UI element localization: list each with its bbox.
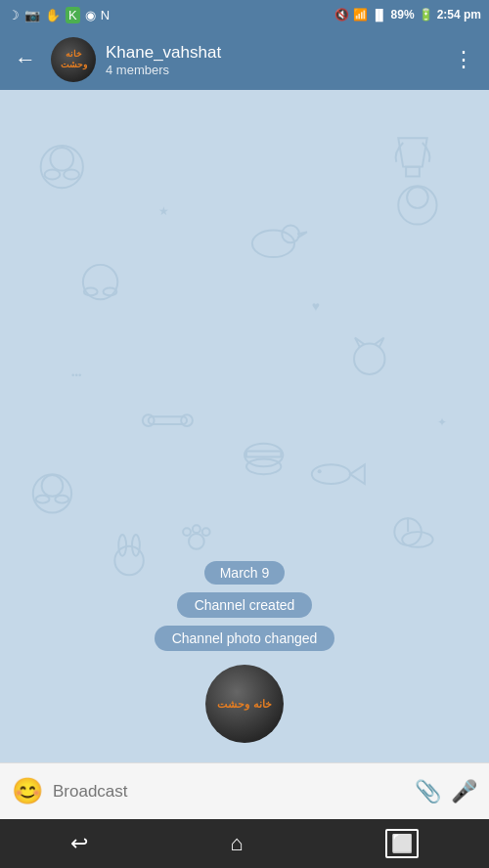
status-icons: ☽ 📷 ✋ K ◉ N [8, 7, 110, 23]
member-count: 4 members [106, 63, 438, 77]
svg-point-22 [183, 528, 191, 536]
svg-point-19 [312, 464, 350, 484]
attach-button[interactable]: 📎 [415, 779, 441, 804]
status-icon-4: K [66, 7, 80, 23]
header-info[interactable]: Khane_vahshat 4 members [106, 43, 438, 77]
svg-text:♥: ♥ [312, 299, 320, 314]
broadcast-input[interactable] [53, 782, 405, 802]
volume-icon: 🔇 [334, 8, 349, 22]
channel-photo-thumbnail: خانه وحشت [205, 665, 284, 743]
status-right: 🔇 📶 ▐▌ 89% 🔋 2:54 pm [334, 8, 481, 22]
signal-icon: ▐▌ [372, 9, 387, 21]
svg-point-15 [33, 474, 71, 512]
svg-text:✦: ✦ [437, 415, 447, 428]
svg-point-4 [398, 186, 436, 224]
svg-point-23 [193, 525, 200, 533]
recent-nav-button[interactable]: ⬜ [385, 829, 419, 858]
avatar[interactable]: خانه وحشت [51, 37, 96, 82]
emoji-button[interactable]: 😊 [12, 776, 43, 806]
svg-point-2 [45, 170, 61, 180]
svg-point-16 [42, 475, 64, 497]
channel-name: Khane_vahshat [106, 43, 438, 63]
header: ← خانه وحشت Khane_vahshat 4 members ⋮ [0, 29, 489, 90]
svg-point-5 [407, 187, 428, 208]
battery-percent: 89% [391, 8, 415, 22]
chat-area: ♥ ★ ✦ ••• March 9 Channel created Channe… [0, 90, 489, 762]
svg-point-33 [244, 444, 283, 467]
battery-icon: 🔋 [419, 8, 433, 22]
svg-point-28 [132, 535, 140, 556]
wifi-icon: 📶 [353, 8, 368, 22]
channel-photo-text: خانه وحشت [213, 693, 275, 715]
status-icon-1: ☽ [8, 8, 20, 22]
input-bar: 😊 📎 🎤 [0, 762, 489, 819]
chat-messages: March 9 Channel created Channel photo ch… [0, 561, 489, 743]
status-icon-6: N [101, 8, 110, 22]
svg-point-18 [55, 496, 68, 503]
status-icon-5: ◉ [85, 8, 96, 22]
svg-point-17 [36, 496, 50, 503]
svg-point-9 [354, 343, 384, 373]
home-nav-button[interactable]: ⌂ [230, 831, 243, 856]
svg-text:★: ★ [158, 204, 169, 217]
svg-point-0 [41, 146, 83, 188]
back-button[interactable]: ← [10, 42, 41, 77]
system-message-created: Channel created [177, 592, 313, 618]
svg-rect-25 [406, 167, 420, 177]
svg-point-14 [282, 226, 299, 243]
avatar-text: خانه وحشت [51, 49, 96, 70]
svg-point-21 [189, 534, 204, 549]
system-message-photo: Channel photo changed [155, 626, 335, 651]
svg-point-1 [50, 148, 73, 171]
back-nav-button[interactable]: ↩ [70, 831, 88, 856]
svg-point-27 [118, 535, 126, 556]
mic-button[interactable]: 🎤 [451, 779, 477, 804]
svg-point-6 [83, 265, 117, 299]
svg-rect-34 [246, 452, 281, 457]
svg-point-24 [202, 528, 210, 536]
date-badge: March 9 [204, 561, 286, 585]
svg-point-13 [252, 230, 294, 257]
status-icon-2: 📷 [24, 8, 40, 22]
svg-point-20 [318, 469, 322, 473]
svg-text:•••: ••• [71, 369, 82, 380]
menu-button[interactable]: ⋮ [448, 42, 479, 77]
time: 2:54 pm [437, 8, 481, 22]
status-bar: ☽ 📷 ✋ K ◉ N 🔇 📶 ▐▌ 89% 🔋 2:54 pm [0, 0, 489, 29]
svg-point-3 [64, 170, 79, 180]
svg-point-37 [402, 532, 432, 547]
status-icon-3: ✋ [45, 8, 61, 22]
nav-bar: ↩ ⌂ ⬜ [0, 819, 489, 868]
